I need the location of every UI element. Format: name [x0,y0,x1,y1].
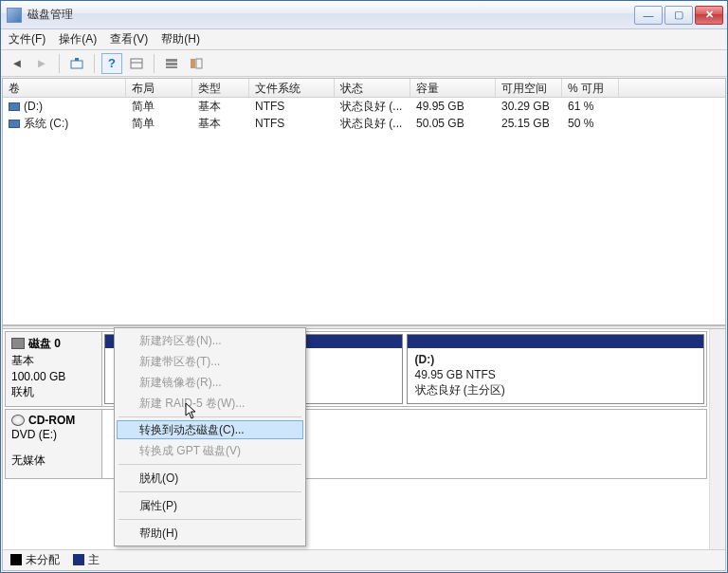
volume-table-header: 卷 布局 类型 文件系统 状态 容量 可用空间 % 可用 [3,79,725,98]
legend-unallocated: 未分配 [10,552,60,568]
disk-row: 磁盘 0 基本 100.00 GB 联机 (D:) [5,331,707,407]
menu-help[interactable]: 帮助(H) [161,31,200,47]
volume-icon [9,120,20,128]
column-volume[interactable]: 卷 [3,79,126,97]
menu-new-raid5[interactable]: 新建 RAID-5 卷(W)... [117,393,303,414]
column-capacity[interactable]: 容量 [410,79,496,97]
menu-action[interactable]: 操作(A) [59,31,97,47]
svg-rect-5 [166,63,177,65]
forward-button[interactable]: ► [31,53,52,74]
minimize-button[interactable]: — [634,6,663,25]
svg-rect-0 [71,61,82,68]
partition[interactable]: (D:) 49.95 GB NTFS 状态良好 (主分区) [407,334,705,404]
graphical-content[interactable]: 磁盘 0 基本 100.00 GB 联机 (D:) [3,329,709,549]
disk-label[interactable]: 磁盘 0 基本 100.00 GB 联机 [6,332,102,406]
svg-rect-6 [166,66,177,68]
cdrom-icon [11,415,25,426]
partition-stripe [408,335,704,348]
svg-rect-8 [196,59,202,68]
table-row[interactable]: (D:) 简单 基本 NTFS 状态良好 (... 49.95 GB 30.29… [3,98,725,115]
menu-new-striped[interactable]: 新建带区卷(T)... [117,351,303,372]
table-row[interactable]: 系统 (C:) 简单 基本 NTFS 状态良好 (... 50.05 GB 25… [3,115,725,132]
titlebar[interactable]: 磁盘管理 — ▢ ✕ [1,1,727,29]
window-buttons: — ▢ ✕ [634,6,723,25]
list-icon[interactable] [161,53,182,74]
menubar: 文件(F) 操作(A) 查看(V) 帮助(H) [1,29,727,50]
menu-help[interactable]: 帮助(H) [117,523,303,544]
main-content: 卷 布局 类型 文件系统 状态 容量 可用空间 % 可用 (D:) 简单 基本 … [2,78,726,571]
app-icon [7,8,22,23]
refresh-icon[interactable] [66,53,87,74]
svg-rect-2 [131,59,142,68]
disk-row: CD-ROM DVD (E:) 无媒体 [5,409,707,479]
svg-rect-7 [191,59,195,68]
menu-properties[interactable]: 属性(P) [117,495,303,516]
disk-icon [11,338,25,349]
column-layout[interactable]: 布局 [126,79,192,97]
menu-offline[interactable]: 脱机(O) [117,468,303,489]
menu-new-mirrored[interactable]: 新建镜像卷(R)... [117,372,303,393]
column-freespace[interactable]: 可用空间 [496,79,562,97]
toolbar: ◄ ► ? [1,50,727,77]
detail-icon[interactable] [186,53,207,74]
legend-primary: 主 [73,552,100,568]
menu-view[interactable]: 查看(V) [110,31,148,47]
vertical-scrollbar[interactable] [709,329,725,549]
context-menu: 新建跨区卷(N)... 新建带区卷(T)... 新建镜像卷(R)... 新建 R… [114,327,306,546]
close-button[interactable]: ✕ [695,6,723,25]
settings-icon[interactable] [126,53,147,74]
window-title: 磁盘管理 [27,7,634,23]
menu-convert-dynamic[interactable]: 转换到动态磁盘(C)... [117,420,303,439]
column-status[interactable]: 状态 [335,79,410,97]
graphical-view: 磁盘 0 基本 100.00 GB 联机 (D:) [3,329,725,549]
svg-rect-1 [75,58,79,61]
disk-management-window: 磁盘管理 — ▢ ✕ 文件(F) 操作(A) 查看(V) 帮助(H) ◄ ► ?… [0,0,728,573]
column-pctfree[interactable]: % 可用 [562,79,619,97]
menu-file[interactable]: 文件(F) [9,31,46,47]
legend: 未分配 主 [3,549,725,570]
volume-icon [9,102,20,111]
svg-rect-4 [166,59,177,62]
help-icon[interactable]: ? [101,53,122,74]
disk-label[interactable]: CD-ROM DVD (E:) 无媒体 [6,410,102,478]
volume-list[interactable]: (D:) 简单 基本 NTFS 状态良好 (... 49.95 GB 30.29… [3,98,725,325]
column-type[interactable]: 类型 [192,79,249,97]
back-button[interactable]: ◄ [7,53,27,74]
menu-new-spanned[interactable]: 新建跨区卷(N)... [117,330,303,351]
column-filesystem[interactable]: 文件系统 [249,79,335,97]
maximize-button[interactable]: ▢ [664,6,693,25]
menu-convert-gpt[interactable]: 转换成 GPT 磁盘(V) [117,440,303,461]
